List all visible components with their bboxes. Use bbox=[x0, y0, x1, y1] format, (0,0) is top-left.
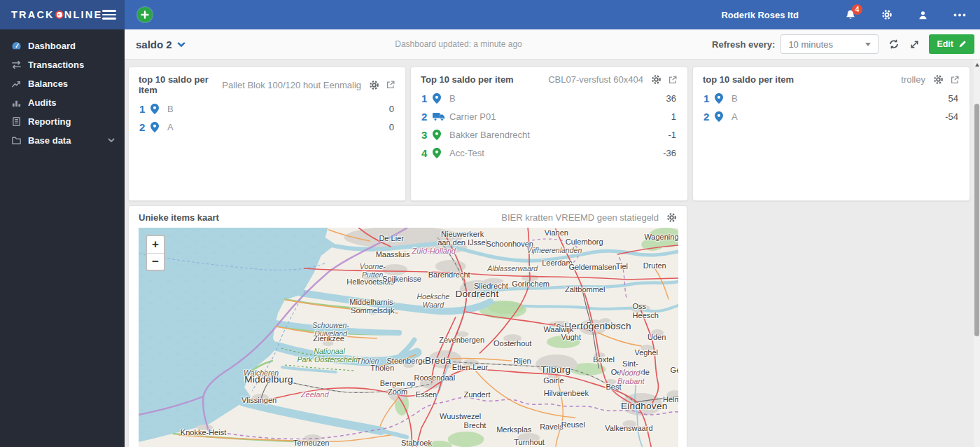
fullscreen-button[interactable] bbox=[909, 39, 920, 50]
map-label: Gorinchem bbox=[512, 280, 550, 288]
refresh-icon bbox=[888, 39, 899, 50]
map[interactable]: De LierNieuwerkerk aan den IJsselSchoonh… bbox=[139, 228, 678, 447]
dashboard-selector[interactable]: saldo 2 bbox=[136, 29, 186, 59]
edit-button[interactable]: Edit bbox=[929, 34, 974, 54]
sidebar-item-label: Audits bbox=[28, 97, 56, 108]
gear-icon bbox=[666, 212, 677, 223]
card-settings-button[interactable] bbox=[369, 80, 379, 90]
user-button[interactable] bbox=[918, 10, 928, 20]
company-name[interactable]: Roderik Roses ltd bbox=[721, 10, 799, 20]
item-value: -54 bbox=[945, 111, 958, 122]
map-label: Nationaal Park Oosterschelde bbox=[297, 348, 361, 364]
edit-label: Edit bbox=[937, 39, 953, 49]
balances-icon bbox=[11, 78, 22, 89]
saldo-card: Top 10 saldo per itemCBL07-versfust 60x4… bbox=[410, 67, 688, 201]
chevron-down-icon bbox=[177, 42, 186, 48]
map-label: Voorne- Putten bbox=[360, 263, 386, 280]
sidebar-item-label: Dashboard bbox=[28, 41, 76, 51]
refresh-button[interactable] bbox=[888, 39, 899, 50]
map-label: Stabroek bbox=[401, 439, 432, 447]
map-label: Terneuzen bbox=[293, 439, 329, 447]
map-label: Wuustwezel bbox=[440, 412, 481, 420]
saldo-item-row[interactable]: 1B54 bbox=[693, 89, 969, 107]
item-value: 0 bbox=[389, 122, 394, 132]
map-label: Gemert bbox=[671, 366, 678, 374]
hamburger-menu-icon[interactable] bbox=[102, 8, 116, 22]
map-label: Culemborg bbox=[566, 238, 603, 246]
card-title: Top 10 saldo per item bbox=[421, 74, 514, 85]
map-label: Vijfheerenlanden bbox=[527, 247, 582, 255]
map-label: Geldermalsen bbox=[568, 263, 616, 271]
rank-number: 3 bbox=[421, 129, 433, 141]
audits-icon bbox=[11, 97, 22, 108]
map-card-settings-button[interactable] bbox=[666, 212, 677, 223]
scroll-up-arrow-icon[interactable] bbox=[975, 63, 979, 67]
saldo-item-row[interactable]: 2A-54 bbox=[693, 107, 969, 125]
brand-area: TRACK NLINE bbox=[0, 0, 125, 29]
navbar-right: Roderik Roses ltd 4 bbox=[721, 9, 980, 21]
sidebar-item-label: Base data bbox=[28, 135, 71, 146]
card-title: top 10 saldo per item bbox=[703, 74, 794, 85]
map-label: Merksplas bbox=[496, 425, 531, 434]
item-label: A bbox=[167, 122, 389, 132]
saldo-item-row[interactable]: 3Bakker Barendrecht-1 bbox=[411, 125, 687, 144]
rank-number: 1 bbox=[421, 92, 433, 104]
top-navbar: TRACK NLINE Roderik Roses ltd 4 bbox=[0, 0, 980, 29]
map-label: Vianen bbox=[545, 228, 568, 237]
plus-icon bbox=[141, 11, 149, 19]
sidebar-item-dashboard[interactable]: Dashboard bbox=[0, 36, 125, 55]
map-card: Unieke items kaart BIER kratten VREEMD g… bbox=[128, 205, 687, 447]
map-label: Breda bbox=[425, 355, 451, 366]
saldo-item-row[interactable]: 4Acc-Test-36 bbox=[411, 144, 687, 162]
item-label: Carrier P01 bbox=[449, 111, 671, 122]
map-label: Reusel bbox=[561, 420, 585, 429]
zoom-in-button[interactable]: + bbox=[147, 236, 164, 253]
map-label: Zierikzee bbox=[313, 334, 344, 343]
updated-status: Dashboard updated: a minute ago bbox=[125, 29, 792, 59]
refresh-interval-select[interactable]: 10 minutes bbox=[780, 34, 878, 54]
map-label: Heesch bbox=[633, 311, 659, 319]
map-label: Tiel bbox=[616, 262, 628, 270]
more-button[interactable] bbox=[953, 13, 966, 17]
notifications-button[interactable]: 4 bbox=[845, 9, 856, 21]
open-external-button[interactable] bbox=[386, 80, 396, 90]
rank-number: 1 bbox=[139, 103, 150, 115]
saldo-item-row[interactable]: 1B0 bbox=[129, 99, 405, 118]
saldo-item-row[interactable]: 1B36 bbox=[411, 89, 687, 107]
map-label: Sint-Oedenrode bbox=[606, 359, 654, 377]
brand-logo[interactable]: TRACK NLINE bbox=[11, 9, 102, 20]
map-label: Dordrecht bbox=[455, 289, 498, 299]
saldo-card: top 10 saldo per itemtrolley1B542A-54 bbox=[692, 67, 970, 201]
item-label: A bbox=[732, 111, 945, 122]
saldo-item-row[interactable]: 2Carrier P011 bbox=[411, 107, 687, 125]
open-external-button[interactable] bbox=[950, 75, 960, 85]
dashboard-name: saldo 2 bbox=[136, 39, 172, 50]
map-card-title: Unieke items kaart bbox=[139, 212, 219, 223]
card-settings-button[interactable] bbox=[933, 74, 944, 85]
map-pin-icon bbox=[715, 111, 732, 122]
zoom-out-button[interactable]: − bbox=[147, 253, 164, 270]
open-external-button[interactable] bbox=[668, 75, 678, 85]
sidebar-item-audits[interactable]: Audits bbox=[0, 93, 125, 112]
map-label: Zaltbommel bbox=[565, 285, 605, 294]
item-value: 0 bbox=[389, 104, 394, 114]
map-label: Uden bbox=[648, 333, 666, 341]
sidebar-item-reporting[interactable]: Reporting bbox=[0, 112, 125, 131]
map-label: Alblasserwaard bbox=[487, 265, 538, 273]
card-settings-button[interactable] bbox=[651, 74, 662, 85]
rank-number: 4 bbox=[421, 147, 433, 159]
map-labels: De LierNieuwerkerk aan den IJsselSchoonh… bbox=[139, 228, 678, 447]
settings-button[interactable] bbox=[881, 9, 892, 20]
vertical-scrollbar[interactable] bbox=[974, 60, 980, 447]
map-label: Rosmalen bbox=[587, 321, 622, 329]
scrollbar-thumb[interactable] bbox=[974, 104, 979, 336]
map-label: Goirle bbox=[543, 376, 564, 385]
sidebar-item-transactions[interactable]: Transactions bbox=[0, 55, 125, 74]
add-button[interactable] bbox=[137, 7, 153, 22]
map-label: Zuid-Holland bbox=[412, 247, 456, 255]
sidebar-item-balances[interactable]: Balances bbox=[0, 74, 125, 93]
chevron-down-icon bbox=[108, 138, 115, 143]
saldo-item-row[interactable]: 2A0 bbox=[129, 118, 405, 136]
sidebar-item-base-data[interactable]: Base data bbox=[0, 131, 125, 150]
map-label: 's-Hertogenbosch bbox=[554, 321, 631, 331]
